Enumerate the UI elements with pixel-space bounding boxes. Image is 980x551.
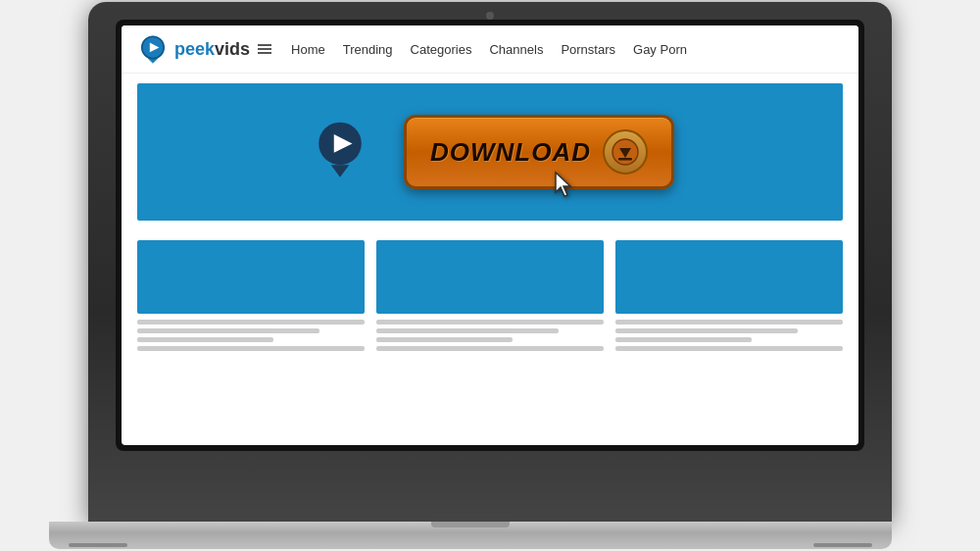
logo-text: peekvids — [174, 39, 250, 60]
site-header: peekvids Home Trending Categories — [122, 25, 858, 74]
video-text-3 — [615, 320, 843, 351]
nav-item-home[interactable]: Home — [291, 42, 325, 57]
download-button[interactable]: DOWNLOAD — [404, 115, 674, 189]
nav-item-categories[interactable]: Categories — [411, 42, 472, 57]
video-grid — [122, 230, 858, 361]
laptop-base — [49, 522, 892, 549]
nav-item-channels[interactable]: Channels — [489, 42, 543, 57]
main-nav: Home Trending Categories Channels Pornst… — [291, 42, 687, 57]
cursor-icon — [552, 171, 575, 204]
video-card-3[interactable] — [615, 240, 843, 351]
video-card-1[interactable] — [137, 240, 365, 351]
download-button-text: DOWNLOAD — [430, 137, 591, 168]
laptop-outer: peekvids Home Trending Categories — [88, 2, 892, 522]
video-thumb-3 — [615, 240, 843, 314]
nav-item-trending[interactable]: Trending — [343, 42, 393, 57]
laptop-screen: peekvids Home Trending Categories — [122, 25, 858, 445]
laptop-screen-bezel: peekvids Home Trending Categories — [116, 20, 864, 451]
video-thumb-1 — [137, 240, 365, 314]
laptop-notch — [431, 522, 510, 527]
logo-menu-lines — [258, 44, 271, 54]
logo-area[interactable]: peekvids — [137, 33, 271, 65]
hero-logo-icon — [306, 118, 374, 186]
video-text-2 — [376, 320, 604, 351]
logo-icon — [137, 33, 169, 65]
hero-banner: DOWNLOAD — [137, 83, 843, 221]
laptop-foot-left — [69, 543, 127, 547]
svg-rect-7 — [618, 158, 632, 161]
svg-marker-8 — [556, 173, 570, 196]
nav-item-pornstars[interactable]: Pornstars — [561, 42, 615, 57]
download-icon-circle — [603, 129, 648, 175]
video-text-1 — [137, 320, 365, 351]
video-card-2[interactable] — [376, 240, 604, 351]
laptop-foot-right — [813, 543, 872, 547]
video-thumb-2 — [376, 240, 604, 314]
laptop-container: peekvids Home Trending Categories — [69, 2, 911, 549]
laptop-camera — [486, 12, 494, 20]
nav-item-gay-porn[interactable]: Gay Porn — [633, 42, 687, 57]
